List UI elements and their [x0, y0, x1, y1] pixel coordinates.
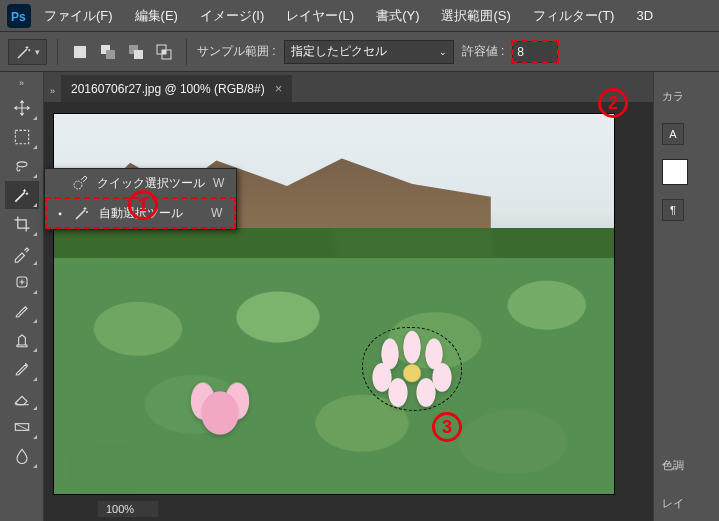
magic-wand-tool[interactable]: [5, 181, 39, 209]
options-bar: ▾ サンプル範囲 : 指定したピクセル ⌄ 許容値 :: [0, 32, 719, 72]
flyout-check-icon: ▪: [55, 208, 65, 218]
swatch-panel-button[interactable]: [654, 154, 719, 190]
right-panel-strip: カラ A ¶ 色調 レイ: [653, 72, 719, 521]
menu-select[interactable]: 選択範囲(S): [431, 3, 520, 29]
tools-panel: »: [0, 72, 44, 521]
gradient-tool[interactable]: [5, 413, 39, 441]
separator: [186, 39, 187, 65]
tools-collapse-button[interactable]: »: [15, 78, 29, 88]
svg-point-13: [74, 181, 82, 189]
flyout-item-shortcut: W: [213, 176, 224, 190]
healing-brush-tool[interactable]: [5, 268, 39, 296]
type-panel-button[interactable]: A: [654, 116, 719, 152]
panel-tone-tab[interactable]: 色調: [654, 447, 719, 483]
current-tool-indicator[interactable]: ▾: [8, 39, 47, 65]
selection-subtract-button[interactable]: [124, 40, 148, 64]
panel-label: レイ: [662, 496, 684, 511]
clone-stamp-tool[interactable]: [5, 326, 39, 354]
workspace: » » 20160706r27.jpg @ 100% (RGB/8#) ×: [0, 72, 719, 521]
menu-type[interactable]: 書式(Y): [366, 3, 429, 29]
lasso-tool[interactable]: [5, 152, 39, 180]
brush-tool[interactable]: [5, 297, 39, 325]
blur-tool[interactable]: [5, 442, 39, 470]
photoshop-logo: Ps: [6, 5, 32, 27]
document-tab-bar: » 20160706r27.jpg @ 100% (RGB/8#) ×: [44, 72, 653, 102]
menu-image[interactable]: イメージ(I): [190, 3, 274, 29]
magic-wand-icon: [73, 204, 91, 222]
selection-intersect-button[interactable]: [152, 40, 176, 64]
menu-3d[interactable]: 3D: [626, 4, 663, 27]
history-brush-tool[interactable]: [5, 355, 39, 383]
sample-size-label: サンプル範囲 :: [197, 43, 276, 60]
chevron-down-icon: ⌄: [439, 47, 447, 57]
crop-tool[interactable]: [5, 210, 39, 238]
flyout-check-placeholder: [53, 178, 63, 188]
canvas-wrapper: [44, 102, 653, 521]
annotation-marker-3: 3: [432, 412, 462, 442]
panel-label: 色調: [662, 458, 684, 473]
flyout-item-label: クイック選択ツール: [97, 175, 205, 192]
tolerance-input[interactable]: [512, 41, 558, 63]
panel-label: カラ: [662, 89, 684, 104]
eraser-tool[interactable]: [5, 384, 39, 412]
sample-size-select[interactable]: 指定したピクセル ⌄: [284, 40, 454, 64]
svg-rect-2: [74, 46, 86, 58]
selection-marquee: [362, 327, 462, 411]
character-icon: A: [662, 123, 684, 145]
annotation-marker-2: 2: [598, 88, 628, 118]
menu-layer[interactable]: レイヤー(L): [276, 3, 364, 29]
paragraph-panel-button[interactable]: ¶: [654, 192, 719, 228]
selection-add-button[interactable]: [96, 40, 120, 64]
panel-color-tab[interactable]: カラ: [654, 78, 719, 114]
image-lotus-bud: [177, 369, 263, 449]
marquee-tool[interactable]: [5, 123, 39, 151]
document-tab-title: 20160706r27.jpg @ 100% (RGB/8#): [71, 82, 265, 96]
menu-bar: Ps ファイル(F) 編集(E) イメージ(I) レイヤー(L) 書式(Y) 選…: [0, 0, 719, 32]
chevron-down-icon: ▾: [35, 47, 40, 57]
svg-rect-6: [134, 50, 143, 59]
sample-size-value: 指定したピクセル: [291, 43, 387, 60]
svg-rect-4: [106, 50, 115, 59]
quick-selection-icon: [71, 174, 89, 192]
svg-rect-10: [15, 130, 28, 143]
separator: [57, 39, 58, 65]
document-area: » 20160706r27.jpg @ 100% (RGB/8#) × 100%: [44, 72, 653, 521]
zoom-level-field[interactable]: 100%: [98, 501, 158, 517]
selection-mode-group: [68, 40, 176, 64]
svg-rect-9: [162, 50, 166, 54]
menu-edit[interactable]: 編集(E): [125, 3, 188, 29]
eyedropper-tool[interactable]: [5, 239, 39, 267]
image-lotus-leaves: [54, 258, 614, 494]
close-tab-button[interactable]: ×: [275, 81, 283, 96]
menu-filter[interactable]: フィルター(T): [523, 3, 625, 29]
magic-wand-icon: [15, 43, 33, 61]
menu-file[interactable]: ファイル(F): [34, 3, 123, 29]
panel-layers-tab[interactable]: レイ: [654, 485, 719, 521]
selection-new-button[interactable]: [68, 40, 92, 64]
annotation-marker-1: 1: [128, 190, 158, 220]
foreground-swatch: [662, 159, 688, 185]
flyout-item-shortcut: W: [211, 206, 222, 220]
tolerance-label: 許容値 :: [462, 43, 505, 60]
tab-collapse-button[interactable]: »: [50, 86, 55, 96]
document-tab[interactable]: 20160706r27.jpg @ 100% (RGB/8#) ×: [61, 75, 292, 102]
move-tool[interactable]: [5, 94, 39, 122]
svg-text:Ps: Ps: [11, 10, 26, 24]
paragraph-icon: ¶: [662, 199, 684, 221]
spacer: [654, 230, 719, 445]
